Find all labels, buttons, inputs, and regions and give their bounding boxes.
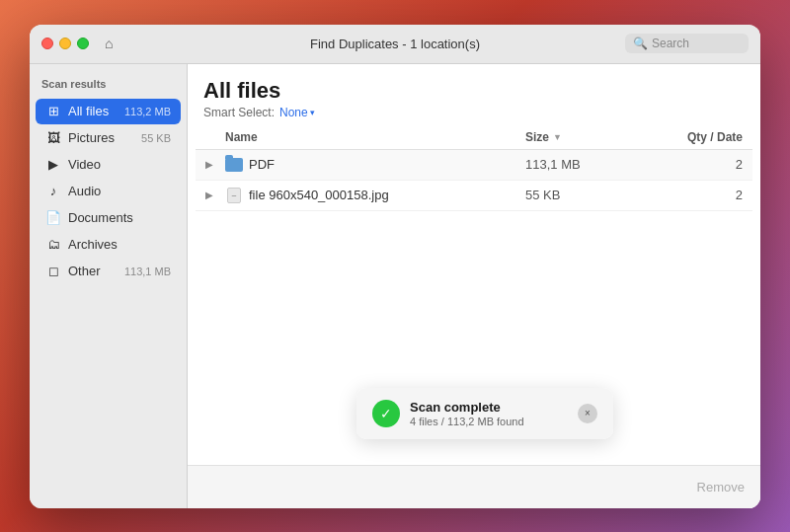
sidebar-item-other[interactable]: ◻ Other 113,1 MB xyxy=(36,259,181,284)
search-box[interactable]: 🔍 xyxy=(625,34,749,53)
col-header-qty: Qty / Date xyxy=(644,130,743,144)
toast-overlay: ✓ Scan complete 4 files / 113,2 MB found… xyxy=(356,388,613,439)
sort-icon: ▼ xyxy=(553,132,562,142)
row-qty: 2 xyxy=(644,188,743,202)
panel-header: All files Smart Select: None ▾ xyxy=(188,64,760,125)
toast-content: Scan complete 4 files / 113,2 MB found xyxy=(410,400,568,427)
traffic-lights xyxy=(41,38,89,49)
doc-icon: 📄 xyxy=(45,210,61,226)
smart-select-dropdown[interactable]: None ▾ xyxy=(279,106,315,119)
right-panel: All files Smart Select: None ▾ Name Size xyxy=(188,64,760,508)
row-name: PDF xyxy=(249,157,525,172)
sidebar-label-documents: Documents xyxy=(68,210,171,225)
sidebar-size-other: 113,1 MB xyxy=(124,266,171,277)
col-header-name: Name xyxy=(225,130,525,144)
sidebar-item-pictures[interactable]: 🖼 Pictures 55 KB xyxy=(36,125,181,151)
panel-title: All files xyxy=(203,78,745,104)
search-icon: 🔍 xyxy=(633,37,648,50)
window-title: Find Duplicates - 1 location(s) xyxy=(310,37,480,51)
sidebar-label-pictures: Pictures xyxy=(68,130,134,145)
row-size: 113,1 MB xyxy=(525,157,644,172)
remove-button[interactable]: Remove xyxy=(697,480,745,494)
home-icon[interactable]: ⌂ xyxy=(105,36,113,51)
table-row[interactable]: ▶ PDF 113,1 MB 2 xyxy=(196,150,752,181)
video-icon: ▶ xyxy=(45,157,61,173)
sidebar-size-pictures: 55 KB xyxy=(141,132,171,144)
col-header-size: Size ▼ xyxy=(525,130,644,144)
smart-select-value-text: None xyxy=(279,106,308,119)
image-icon: 🖼 xyxy=(45,130,61,146)
sidebar-label-video: Video xyxy=(68,157,171,172)
archive-icon: 🗂 xyxy=(45,237,61,253)
sidebar-item-audio[interactable]: ♪ Audio xyxy=(36,179,181,204)
music-icon: ♪ xyxy=(45,184,61,199)
sidebar-size-all-files: 113,2 MB xyxy=(124,106,171,117)
toast-check-icon: ✓ xyxy=(372,400,400,427)
sidebar-item-video[interactable]: ▶ Video xyxy=(36,152,181,178)
maximize-button[interactable] xyxy=(77,38,89,49)
status-bar: Remove xyxy=(188,465,760,508)
row-qty: 2 xyxy=(644,157,743,172)
search-input[interactable] xyxy=(652,37,741,50)
sidebar-header: Scan results xyxy=(30,74,187,98)
window-body: Scan results ⊞ All files 113,2 MB 🖼 Pict… xyxy=(30,64,760,508)
file-icon: – xyxy=(225,187,243,204)
sidebar-item-archives[interactable]: 🗂 Archives xyxy=(36,232,181,258)
toast-subtitle: 4 files / 113,2 MB found xyxy=(410,416,568,427)
sidebar-item-documents[interactable]: 📄 Documents xyxy=(36,205,181,231)
row-name: file 960x540_000158.jpg xyxy=(249,188,525,202)
smart-select-row: Smart Select: None ▾ xyxy=(203,106,745,119)
chevron-down-icon: ▾ xyxy=(310,108,315,117)
table-row[interactable]: ▶ – file 960x540_000158.jpg 55 KB 2 xyxy=(196,181,752,211)
toast-close-button[interactable]: × xyxy=(578,404,597,423)
row-expand-icon[interactable]: ▶ xyxy=(205,159,225,170)
folder-icon xyxy=(225,156,243,174)
grid-icon: ⊞ xyxy=(45,104,61,119)
sidebar-label-archives: Archives xyxy=(68,237,171,252)
sidebar-label-all-files: All files xyxy=(68,104,118,118)
toast-title: Scan complete xyxy=(410,400,568,415)
toast: ✓ Scan complete 4 files / 113,2 MB found… xyxy=(356,388,613,439)
sidebar-label-other: Other xyxy=(68,264,118,278)
table-header: Name Size ▼ Qty / Date xyxy=(196,125,752,150)
empty-space xyxy=(196,211,752,409)
sidebar-item-all-files[interactable]: ⊞ All files 113,2 MB xyxy=(36,99,181,124)
title-bar: ⌂ Find Duplicates - 1 location(s) 🔍 xyxy=(30,25,760,64)
row-expand-icon[interactable]: ▶ xyxy=(205,190,225,200)
other-icon: ◻ xyxy=(45,264,61,279)
minimize-button[interactable] xyxy=(59,38,71,49)
sidebar: Scan results ⊞ All files 113,2 MB 🖼 Pict… xyxy=(30,64,188,508)
row-size: 55 KB xyxy=(525,188,644,202)
close-button[interactable] xyxy=(41,38,53,49)
smart-select-label: Smart Select: xyxy=(203,106,275,119)
sidebar-label-audio: Audio xyxy=(68,184,171,198)
